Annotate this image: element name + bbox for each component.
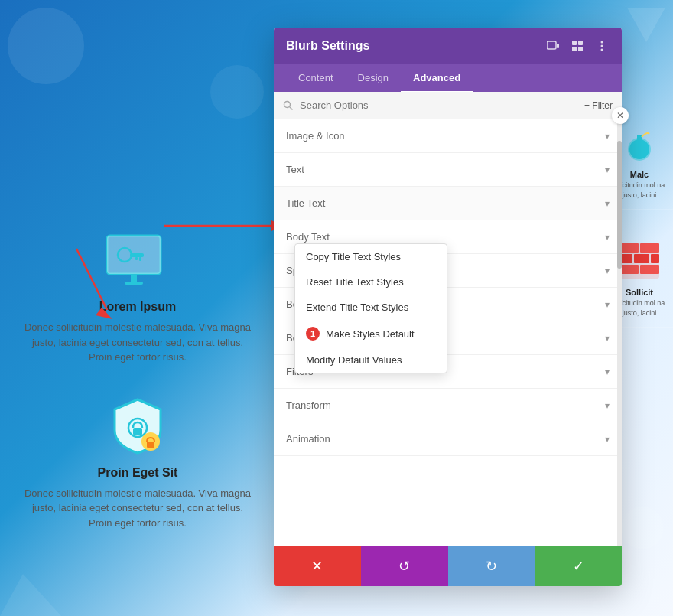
svg-rect-14 xyxy=(133,428,142,435)
section-title-text-chevron: ▾ xyxy=(605,198,610,209)
section-filters-chevron: ▾ xyxy=(605,367,610,377)
responsive-icon[interactable] xyxy=(545,38,561,54)
section-transform-chevron: ▾ xyxy=(605,400,610,411)
section-box-shadow-chevron: ▾ xyxy=(605,333,610,344)
save-button[interactable]: ✓ xyxy=(535,546,622,586)
svg-rect-29 xyxy=(651,254,659,263)
svg-rect-8 xyxy=(130,253,144,257)
make-default-badge: 1 xyxy=(306,327,320,341)
context-extend-styles[interactable]: Extend Title Text Styles xyxy=(295,295,447,320)
svg-rect-11 xyxy=(131,274,137,282)
tab-advanced[interactable]: Advanced xyxy=(401,64,473,93)
section-body-text-label: Body Text xyxy=(286,231,330,243)
blurb-1-title: Lorem Ipsum xyxy=(23,300,252,314)
svg-rect-31 xyxy=(640,265,659,274)
context-make-default-label: Make Styles Default xyxy=(326,328,415,340)
blurb-icon-2 xyxy=(99,396,176,457)
svg-point-40 xyxy=(601,49,603,51)
search-input[interactable] xyxy=(300,99,578,111)
tab-content[interactable]: Content xyxy=(286,64,346,93)
svg-rect-36 xyxy=(572,47,577,51)
section-image-icon-chevron: ▾ xyxy=(605,131,610,142)
svg-rect-25 xyxy=(620,243,639,253)
section-animation-label: Animation xyxy=(286,433,330,445)
context-make-default[interactable]: 1 Make Styles Default xyxy=(295,320,447,347)
grid-icon[interactable] xyxy=(570,38,585,54)
svg-rect-33 xyxy=(557,44,559,48)
context-modify-defaults-label: Modify Default Values xyxy=(306,354,402,366)
modal-footer: ✕ ↺ ↻ ✓ xyxy=(274,546,622,586)
context-menu: Copy Title Text Styles Reset Title Text … xyxy=(294,243,447,373)
cancel-button[interactable]: ✕ xyxy=(274,546,361,586)
section-spacing-chevron: ▾ xyxy=(605,266,610,276)
svg-rect-30 xyxy=(620,265,639,274)
modal-search: + Filter xyxy=(274,92,622,119)
more-icon[interactable] xyxy=(594,38,610,54)
section-text-label: Text xyxy=(286,164,304,175)
blurb-1-text: Donec sollicitudin molestie malesuada. V… xyxy=(23,320,252,365)
blurb-icon-1 xyxy=(99,230,176,291)
svg-rect-34 xyxy=(572,41,577,45)
svg-rect-35 xyxy=(578,41,583,45)
section-transform-label: Transform xyxy=(286,399,331,411)
section-border-chevron: ▾ xyxy=(605,299,610,310)
search-icon xyxy=(283,100,294,111)
svg-rect-9 xyxy=(139,257,141,261)
blurb-2-text: Donec sollicitudin molestie malesuada. V… xyxy=(23,486,252,531)
blurb-item-2: Proin Eget Sit Donec sollicitudin molest… xyxy=(0,396,275,531)
left-content-area: Lorem Ipsum Donec sollicitudin molestie … xyxy=(0,0,275,616)
context-modify-defaults[interactable]: Modify Default Values xyxy=(295,347,447,373)
redo-button[interactable]: ↻ xyxy=(448,546,535,586)
svg-rect-23 xyxy=(637,135,642,143)
modal-close-button[interactable]: ✕ xyxy=(612,107,629,124)
scrollbar-thumb xyxy=(617,141,622,269)
scrollbar[interactable] xyxy=(617,119,622,546)
context-reset-styles-label: Reset Title Text Styles xyxy=(306,276,404,288)
section-animation-chevron: ▾ xyxy=(605,434,610,445)
section-text-chevron: ▾ xyxy=(605,165,610,175)
context-copy-styles[interactable]: Copy Title Text Styles xyxy=(295,244,447,269)
section-title-text[interactable]: Title Text ▾ xyxy=(274,187,622,220)
svg-point-41 xyxy=(284,101,291,107)
section-image-icon-label: Image & Icon xyxy=(286,130,345,142)
tab-design[interactable]: Design xyxy=(346,64,401,93)
modal-header: Blurb Settings xyxy=(274,28,622,64)
blurb-item-1: Lorem Ipsum Donec sollicitudin molestie … xyxy=(0,230,275,365)
modal-header-icons xyxy=(545,38,610,54)
modal-title: Blurb Settings xyxy=(286,39,369,53)
svg-rect-32 xyxy=(547,41,556,49)
section-image-icon[interactable]: Image & Icon ▾ xyxy=(274,119,622,153)
section-body-text-chevron: ▾ xyxy=(605,232,610,243)
svg-rect-10 xyxy=(135,257,138,260)
svg-line-42 xyxy=(290,106,293,109)
reset-button[interactable]: ↺ xyxy=(361,546,448,586)
context-reset-styles[interactable]: Reset Title Text Styles xyxy=(295,269,447,295)
svg-rect-37 xyxy=(578,47,583,51)
svg-rect-16 xyxy=(147,442,154,448)
svg-rect-12 xyxy=(125,282,143,285)
context-copy-styles-label: Copy Title Text Styles xyxy=(306,251,401,262)
modal-tabs: Content Design Advanced xyxy=(274,64,622,92)
section-animation[interactable]: Animation ▾ xyxy=(274,422,622,456)
section-text[interactable]: Text ▾ xyxy=(274,153,622,187)
svg-rect-26 xyxy=(640,243,659,253)
filter-label: + Filter xyxy=(584,100,613,111)
context-extend-styles-label: Extend Title Text Styles xyxy=(306,301,408,313)
blurb-2-title: Proin Eget Sit xyxy=(23,466,252,480)
svg-point-39 xyxy=(601,45,603,47)
svg-rect-28 xyxy=(634,254,649,263)
filter-button[interactable]: + Filter xyxy=(584,100,613,111)
svg-point-38 xyxy=(601,41,603,44)
section-transform[interactable]: Transform ▾ xyxy=(274,389,622,422)
section-title-text-label: Title Text xyxy=(286,197,325,209)
